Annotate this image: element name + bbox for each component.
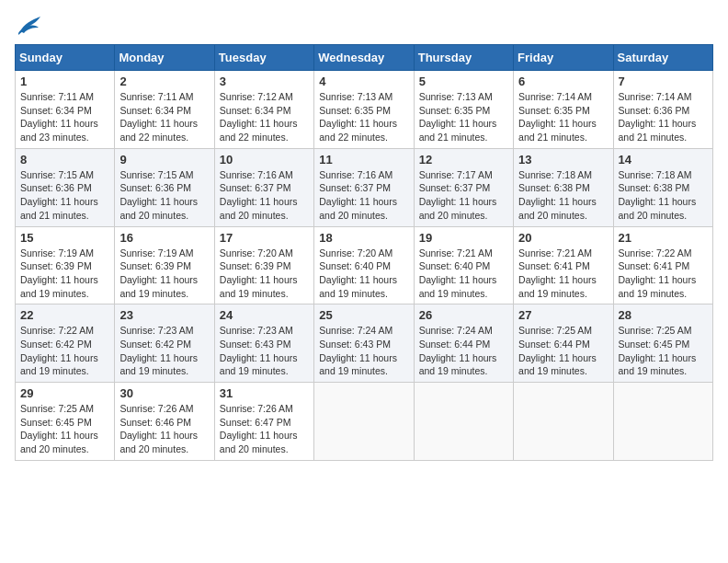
calendar-header-row: SundayMondayTuesdayWednesdayThursdayFrid… (16, 45, 713, 71)
day-info: Sunrise: 7:24 AMSunset: 6:43 PMDaylight:… (319, 324, 408, 378)
calendar-cell (414, 383, 513, 461)
calendar-header-wednesday: Wednesday (314, 45, 414, 71)
day-info: Sunrise: 7:21 AMSunset: 6:40 PMDaylight:… (419, 247, 508, 301)
calendar-cell (314, 383, 414, 461)
calendar-cell: 18 Sunrise: 7:20 AMSunset: 6:40 PMDaylig… (314, 226, 414, 304)
day-number: 29 (20, 386, 109, 400)
calendar-cell: 4 Sunrise: 7:13 AMSunset: 6:35 PMDayligh… (314, 71, 414, 149)
calendar-cell (514, 383, 613, 461)
calendar-cell: 28 Sunrise: 7:25 AMSunset: 6:45 PMDaylig… (613, 304, 712, 383)
calendar-header-tuesday: Tuesday (214, 45, 313, 71)
day-info: Sunrise: 7:15 AMSunset: 6:36 PMDaylight:… (20, 168, 109, 223)
day-number: 25 (319, 308, 408, 322)
logo-bird-icon (17, 15, 42, 35)
day-info: Sunrise: 7:11 AMSunset: 6:34 PMDaylight:… (119, 90, 209, 144)
day-info: Sunrise: 7:26 AMSunset: 6:47 PMDaylight:… (220, 402, 309, 456)
day-number: 8 (20, 153, 109, 167)
calendar-cell: 14 Sunrise: 7:18 AMSunset: 6:38 PMDaylig… (613, 148, 712, 226)
calendar-cell (613, 383, 712, 461)
logo (15, 15, 42, 35)
calendar-cell: 20 Sunrise: 7:21 AMSunset: 6:41 PMDaylig… (514, 226, 613, 304)
day-info: Sunrise: 7:19 AMSunset: 6:39 PMDaylight:… (20, 247, 109, 301)
calendar-cell: 29 Sunrise: 7:25 AMSunset: 6:45 PMDaylig… (16, 383, 115, 461)
day-info: Sunrise: 7:25 AMSunset: 6:44 PMDaylight:… (518, 324, 608, 378)
calendar-cell: 13 Sunrise: 7:18 AMSunset: 6:38 PMDaylig… (514, 148, 613, 226)
day-number: 30 (119, 386, 209, 400)
day-number: 26 (419, 308, 508, 322)
calendar-week-4: 22 Sunrise: 7:22 AMSunset: 6:42 PMDaylig… (16, 304, 713, 383)
day-info: Sunrise: 7:13 AMSunset: 6:35 PMDaylight:… (319, 90, 408, 144)
day-info: Sunrise: 7:13 AMSunset: 6:35 PMDaylight:… (419, 90, 508, 144)
day-number: 21 (619, 231, 708, 245)
day-info: Sunrise: 7:15 AMSunset: 6:36 PMDaylight:… (119, 168, 209, 223)
day-number: 2 (119, 75, 209, 88)
day-info: Sunrise: 7:21 AMSunset: 6:41 PMDaylight:… (518, 247, 608, 301)
calendar-cell: 27 Sunrise: 7:25 AMSunset: 6:44 PMDaylig… (514, 304, 613, 383)
calendar-table: SundayMondayTuesdayWednesdayThursdayFrid… (15, 44, 713, 461)
day-number: 13 (518, 153, 608, 167)
calendar-header-monday: Monday (115, 45, 214, 71)
day-info: Sunrise: 7:20 AMSunset: 6:39 PMDaylight:… (220, 247, 309, 301)
calendar-header-friday: Friday (514, 45, 613, 71)
day-number: 11 (319, 153, 408, 167)
day-number: 12 (419, 153, 508, 167)
calendar-cell: 24 Sunrise: 7:23 AMSunset: 6:43 PMDaylig… (214, 304, 313, 383)
day-info: Sunrise: 7:14 AMSunset: 6:35 PMDaylight:… (518, 90, 608, 144)
day-number: 22 (20, 308, 109, 322)
day-number: 3 (220, 75, 309, 88)
day-info: Sunrise: 7:20 AMSunset: 6:40 PMDaylight:… (319, 247, 408, 301)
calendar-header-saturday: Saturday (613, 45, 712, 71)
day-number: 27 (518, 308, 608, 322)
page-header (15, 15, 713, 35)
day-info: Sunrise: 7:22 AMSunset: 6:41 PMDaylight:… (619, 247, 708, 301)
calendar-cell: 31 Sunrise: 7:26 AMSunset: 6:47 PMDaylig… (214, 383, 313, 461)
calendar-cell: 30 Sunrise: 7:26 AMSunset: 6:46 PMDaylig… (115, 383, 214, 461)
calendar-header-thursday: Thursday (414, 45, 513, 71)
calendar-cell: 16 Sunrise: 7:19 AMSunset: 6:39 PMDaylig… (115, 226, 214, 304)
calendar-cell: 11 Sunrise: 7:16 AMSunset: 6:37 PMDaylig… (314, 148, 414, 226)
calendar-week-2: 8 Sunrise: 7:15 AMSunset: 6:36 PMDayligh… (16, 148, 713, 226)
day-number: 19 (419, 231, 508, 245)
day-number: 7 (619, 75, 708, 88)
day-number: 28 (619, 308, 708, 322)
day-number: 5 (419, 75, 508, 88)
day-number: 9 (119, 153, 209, 167)
calendar-cell: 3 Sunrise: 7:12 AMSunset: 6:34 PMDayligh… (214, 71, 313, 149)
calendar-cell: 12 Sunrise: 7:17 AMSunset: 6:37 PMDaylig… (414, 148, 513, 226)
day-number: 17 (220, 231, 309, 245)
calendar-cell: 10 Sunrise: 7:16 AMSunset: 6:37 PMDaylig… (214, 148, 313, 226)
calendar-cell: 6 Sunrise: 7:14 AMSunset: 6:35 PMDayligh… (514, 71, 613, 149)
day-number: 14 (619, 153, 708, 167)
calendar-week-5: 29 Sunrise: 7:25 AMSunset: 6:45 PMDaylig… (16, 383, 713, 461)
day-info: Sunrise: 7:24 AMSunset: 6:44 PMDaylight:… (419, 324, 508, 378)
calendar-week-1: 1 Sunrise: 7:11 AMSunset: 6:34 PMDayligh… (16, 71, 713, 149)
calendar-cell: 23 Sunrise: 7:23 AMSunset: 6:42 PMDaylig… (115, 304, 214, 383)
day-number: 16 (119, 231, 209, 245)
calendar-cell: 17 Sunrise: 7:20 AMSunset: 6:39 PMDaylig… (214, 226, 313, 304)
calendar-cell: 5 Sunrise: 7:13 AMSunset: 6:35 PMDayligh… (414, 71, 513, 149)
day-number: 1 (20, 75, 109, 88)
day-info: Sunrise: 7:18 AMSunset: 6:38 PMDaylight:… (518, 168, 608, 223)
calendar-cell: 2 Sunrise: 7:11 AMSunset: 6:34 PMDayligh… (115, 71, 214, 149)
day-info: Sunrise: 7:26 AMSunset: 6:46 PMDaylight:… (119, 402, 209, 456)
day-info: Sunrise: 7:11 AMSunset: 6:34 PMDaylight:… (20, 90, 109, 144)
day-number: 23 (119, 308, 209, 322)
day-number: 4 (319, 75, 408, 88)
calendar-cell: 8 Sunrise: 7:15 AMSunset: 6:36 PMDayligh… (16, 148, 115, 226)
day-info: Sunrise: 7:19 AMSunset: 6:39 PMDaylight:… (119, 247, 209, 301)
calendar-cell: 1 Sunrise: 7:11 AMSunset: 6:34 PMDayligh… (16, 71, 115, 149)
day-info: Sunrise: 7:25 AMSunset: 6:45 PMDaylight:… (619, 324, 708, 378)
calendar-cell: 21 Sunrise: 7:22 AMSunset: 6:41 PMDaylig… (613, 226, 712, 304)
calendar-body: 1 Sunrise: 7:11 AMSunset: 6:34 PMDayligh… (16, 71, 713, 461)
day-number: 24 (220, 308, 309, 322)
day-number: 20 (518, 231, 608, 245)
day-info: Sunrise: 7:22 AMSunset: 6:42 PMDaylight:… (20, 324, 109, 378)
day-info: Sunrise: 7:17 AMSunset: 6:37 PMDaylight:… (419, 168, 508, 223)
day-number: 18 (319, 231, 408, 245)
calendar-cell: 9 Sunrise: 7:15 AMSunset: 6:36 PMDayligh… (115, 148, 214, 226)
calendar-cell: 7 Sunrise: 7:14 AMSunset: 6:36 PMDayligh… (613, 71, 712, 149)
calendar-cell: 26 Sunrise: 7:24 AMSunset: 6:44 PMDaylig… (414, 304, 513, 383)
day-info: Sunrise: 7:14 AMSunset: 6:36 PMDaylight:… (619, 90, 708, 144)
day-number: 31 (220, 386, 309, 400)
calendar-cell: 15 Sunrise: 7:19 AMSunset: 6:39 PMDaylig… (16, 226, 115, 304)
